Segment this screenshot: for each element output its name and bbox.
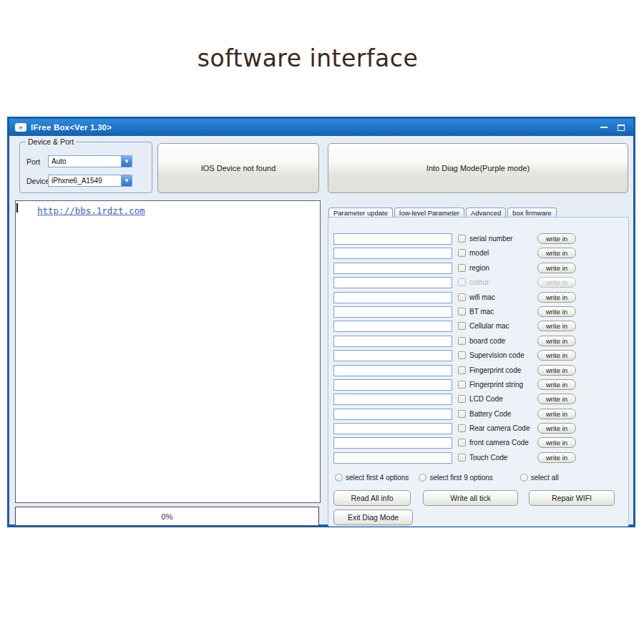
parameter-label: wifi mac [469,293,495,301]
minimize-icon[interactable] [600,127,608,128]
maximize-icon[interactable] [618,125,625,131]
device-select[interactable]: iPhxne6_A1549 ▼ [48,175,132,187]
write-in-button[interactable]: write in [537,248,576,258]
progress-bar: 0% [15,507,319,526]
write-in-button[interactable]: write in [537,306,576,317]
parameter-label: Fingerprint code [469,366,521,374]
parameter-checkbox[interactable] [458,322,466,330]
parameter-checkbox[interactable] [458,278,466,286]
parameter-label: model [469,249,489,257]
parameter-label: board code [469,337,505,345]
tab-advanced[interactable]: Advanced [466,208,506,218]
parameter-value-input[interactable] [333,321,452,332]
write-in-button[interactable]: write in [537,350,576,361]
parameter-checkbox[interactable] [458,439,466,447]
write-in-button[interactable]: write in [537,336,576,346]
parameter-checkbox[interactable] [458,454,466,462]
parameter-value-input[interactable] [333,248,452,259]
parameter-row: Touch Code write in [328,452,628,464]
write-in-button: write in [537,277,576,288]
parameter-label: Rear camera Code [469,424,530,432]
write-in-button[interactable]: write in [537,292,576,303]
parameter-checkbox[interactable] [458,235,466,243]
select-option-radio[interactable]: select first 9 options [419,474,492,482]
parameter-update-panel: serial number write in model write in re… [328,217,629,527]
parameter-value-input [333,277,452,288]
parameter-value-input[interactable] [333,306,452,318]
write-in-button[interactable]: write in [537,365,576,376]
app-logo-icon: ≋ [15,123,26,132]
parameter-checkbox[interactable] [458,410,466,418]
parameter-row: Rear camera Code write in [328,423,628,434]
parameter-value-input[interactable] [333,350,452,361]
forum-link[interactable]: http://bbs.1rdzt.com [37,205,145,216]
into-diag-mode-button[interactable]: Into Diag Mode(Purple mode) [328,143,628,193]
parameter-value-input[interactable] [333,292,452,303]
log-panel[interactable]: http://bbs.1rdzt.com [15,200,321,503]
parameter-row: region write in [328,263,628,274]
parameter-value-input[interactable] [333,409,452,420]
select-option-radio[interactable]: select first 4 options [335,474,409,482]
write-all-tick-button[interactable]: Write all tick [423,490,518,506]
parameter-value-input[interactable] [333,452,452,464]
select-option-radio[interactable]: select all [520,474,559,482]
parameter-checkbox[interactable] [458,249,466,257]
select-options-row: select first 4 options select first 9 op… [335,474,569,482]
parameter-value-input[interactable] [333,365,452,376]
write-in-button[interactable]: write in [537,452,576,463]
parameter-row: colour write in [328,277,628,288]
radio-icon [419,474,426,482]
tab-box-firmware[interactable]: box firmware [507,208,556,218]
parameter-value-input[interactable] [333,263,452,274]
radio-icon [335,474,343,482]
write-in-button[interactable]: write in [537,437,576,448]
chevron-down-icon[interactable]: ▼ [121,175,132,186]
read-all-info-button[interactable]: Read All info [333,490,411,506]
chevron-down-icon[interactable]: ▼ [121,156,132,167]
parameter-checkbox[interactable] [458,264,466,272]
parameter-checkbox[interactable] [458,395,466,403]
device-label: Device [26,177,49,185]
parameter-row: Fingerprint string write in [328,379,628,391]
write-in-button[interactable]: write in [537,409,576,419]
repair-wifi-button[interactable]: Repair WIFI [529,490,615,506]
write-in-button[interactable]: write in [537,233,576,244]
parameter-checkbox[interactable] [458,308,466,316]
parameter-value-input[interactable] [333,394,452,405]
parameter-label: colour [469,278,489,286]
parameter-label: serial number [469,235,513,243]
port-select[interactable]: Auto ▼ [48,155,132,167]
parameter-row: Cellular mac write in [328,321,628,332]
write-in-button[interactable]: write in [537,394,576,404]
write-in-button[interactable]: write in [537,423,576,434]
parameter-checkbox[interactable] [458,381,466,389]
parameter-row: model write in [328,248,628,259]
parameter-row: wifi mac write in [328,292,628,303]
write-in-button[interactable]: write in [537,379,576,390]
parameter-checkbox[interactable] [458,337,466,345]
parameter-value-input[interactable] [333,233,452,245]
write-in-button[interactable]: write in [537,321,576,331]
tab-parameter-update[interactable]: Parameter update [328,208,393,218]
ios-device-status-button[interactable]: IOS Device not found [157,143,319,193]
group-legend: Device & Port [26,137,76,146]
write-in-button[interactable]: write in [537,263,576,273]
parameter-value-input[interactable] [333,437,452,449]
parameter-checkbox[interactable] [458,351,466,359]
parameter-label: LCD Code [469,395,503,403]
parameter-checkbox[interactable] [458,293,466,301]
parameter-value-input[interactable] [333,423,452,434]
parameter-value-input[interactable] [333,379,452,391]
parameter-label: Cellular mac [469,322,509,330]
parameter-checkbox[interactable] [458,366,466,374]
radio-icon [520,474,528,482]
parameter-checkbox[interactable] [458,424,466,432]
parameter-value-input[interactable] [333,336,452,347]
exit-diag-mode-button[interactable]: Exit Diag Mode [333,509,413,525]
parameter-row: Supervision code write in [328,350,628,361]
parameter-rows: serial number write in model write in re… [328,233,628,464]
tab-low-level-parameter[interactable]: low-level Parameter [394,208,464,218]
text-caret [16,203,18,213]
port-label: Port [26,157,40,166]
parameter-row: Battery Code write in [328,409,628,420]
